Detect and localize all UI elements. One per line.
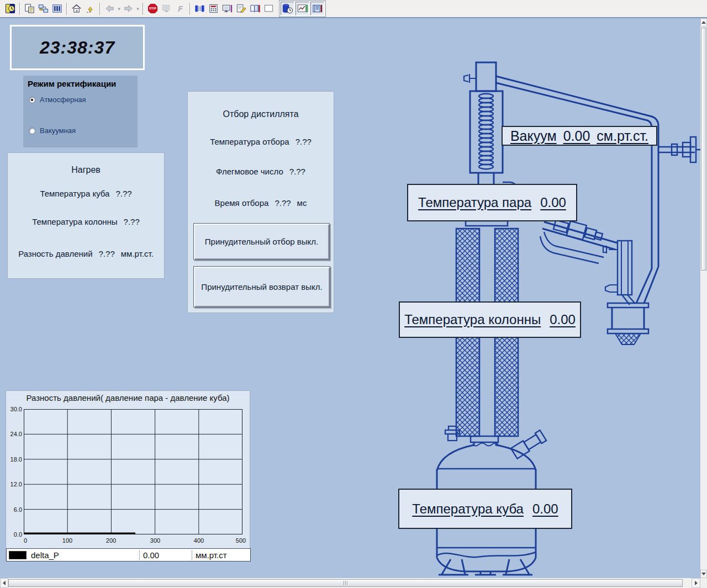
x-tick: 400 [191, 537, 207, 544]
back-button[interactable] [103, 2, 117, 15]
row-label: Разность давлений [18, 249, 92, 258]
indicator-label: Вакуум [510, 128, 557, 144]
paste-button[interactable] [23, 2, 36, 15]
blank-window-button[interactable] [262, 2, 276, 15]
connections-icon [194, 3, 205, 14]
remote-computer-button[interactable] [160, 2, 173, 15]
arrow-left-icon [3, 581, 6, 585]
blank-window-icon [263, 3, 275, 14]
indicator-value: 0.00 [563, 128, 590, 144]
column-temperature-indicator: Температура колонны 0.00 [399, 301, 581, 338]
row-value: ?.?? [296, 137, 312, 146]
indicator-value: 0.00 [532, 501, 558, 517]
stop-button[interactable]: STOP [146, 2, 160, 15]
function-icon: F [175, 3, 186, 14]
vapor-temperature-indicator: Температура пара 0.00 [407, 184, 577, 221]
row-value: ?.?? [99, 249, 115, 258]
chart-title: Разность давлений( давление пара - давле… [6, 393, 250, 402]
columns-button[interactable] [50, 2, 64, 15]
mode-panel-title: Режим ректификации [28, 79, 116, 88]
radio-option-vacuum[interactable]: Вакуумная [29, 126, 76, 135]
y-tick: 18.0 [6, 456, 22, 463]
connections-button[interactable] [193, 2, 207, 15]
toolbar-separator [189, 3, 191, 15]
heating-row: Разность давлений ?.?? мм.рт.ст. [8, 249, 164, 258]
forced-return-button[interactable]: Принудительный возврат выкл. [193, 266, 330, 308]
scroll-left-button[interactable] [0, 578, 8, 588]
legend-swatch [9, 551, 27, 559]
exit-button[interactable] [3, 2, 17, 15]
toolbar: ▾ ▾ STOP F [0, 0, 707, 18]
row-value: ?.?? [124, 217, 140, 226]
vertical-scroll-thumb[interactable] [701, 28, 706, 271]
radio-label: Вакуумная [40, 126, 76, 135]
calculator-icon [208, 3, 219, 14]
function-button[interactable]: F [173, 2, 187, 15]
distillate-panel: Отбор дистиллята Температура отбора ?.??… [187, 91, 334, 313]
toolbar-separator [19, 3, 20, 15]
report-book-button[interactable] [248, 2, 262, 15]
row-unit: мм.рт.ст. [121, 249, 154, 258]
row-label: Флегмовое число [216, 167, 283, 176]
stop-icon: STOP [147, 3, 159, 14]
distillate-row: Температура отбора ?.?? [188, 137, 334, 146]
indicator-label: Температура колонны [404, 312, 541, 327]
edit-note-button[interactable] [234, 2, 248, 15]
edit-note-icon [235, 3, 247, 14]
row-value: ?.?? [289, 167, 305, 176]
heating-row: Температура куба ?.?? [8, 189, 164, 198]
up-level-button[interactable] [83, 2, 97, 15]
svg-text:STOP: STOP [149, 7, 157, 10]
log-book-icon [312, 3, 323, 14]
log-book-button[interactable] [310, 2, 324, 15]
x-tick: 100 [59, 537, 76, 544]
home-icon [71, 3, 82, 14]
arrow-right-icon [695, 581, 698, 585]
distillate-panel-title: Отбор дистиллята [188, 109, 334, 119]
legend-series-unit: мм.рт.ст [192, 550, 250, 560]
indicator-label: Температура куба [412, 501, 524, 517]
row-label: Время отбора [215, 198, 269, 208]
forward-dropdown-icon[interactable]: ▾ [135, 6, 140, 12]
scroll-right-button[interactable] [692, 578, 700, 588]
row-label: Температура куба [40, 189, 109, 198]
horizontal-scroll-thumb[interactable] [8, 579, 683, 587]
chart-plot-area [24, 409, 242, 534]
up-level-icon [85, 3, 96, 14]
forced-takeoff-button[interactable]: Принудительный отбор выкл. [193, 223, 330, 260]
indicator-value: 0.00 [550, 312, 576, 327]
clock-time: 23:38:37 [40, 38, 115, 58]
radio-option-atmospheric[interactable]: Атмосферная [29, 96, 86, 104]
vertical-scrollbar[interactable] [700, 18, 707, 578]
svg-text:F: F [178, 4, 183, 13]
back-dropdown-icon[interactable]: ▾ [117, 6, 122, 12]
back-icon [104, 3, 115, 14]
forward-button[interactable] [122, 2, 135, 15]
row-label: Температура отбора [210, 137, 289, 146]
calculator-button[interactable] [207, 2, 220, 15]
horizontal-scrollbar[interactable] [0, 578, 700, 588]
indicator-unit: см.рт.ст. [597, 128, 648, 144]
toolbar-separator [143, 3, 144, 15]
x-tick: 300 [147, 537, 163, 544]
legend-series-name: delta_P [27, 550, 139, 560]
monitor-button[interactable] [220, 2, 234, 15]
vacuum-indicator: Вакуум 0.00 см.рт.ст. [502, 126, 657, 146]
toolbar-separator [66, 3, 67, 15]
trend-cylinder-button[interactable] [281, 2, 294, 15]
rectification-mode-panel: Режим ректификации Атмосферная Вакуумная [23, 76, 138, 147]
trend-cylinder-icon [282, 3, 293, 14]
graph-button[interactable] [296, 2, 309, 15]
radio-button-icon[interactable] [29, 97, 35, 103]
monitor-icon [221, 3, 233, 14]
scroll-up-button[interactable] [700, 18, 707, 27]
network-icon [38, 3, 49, 14]
home-button[interactable] [70, 2, 83, 15]
scroll-down-button[interactable] [700, 570, 707, 578]
radio-button-icon[interactable] [29, 128, 35, 134]
network-button[interactable] [36, 2, 50, 15]
heating-panel: Нагрев Температура куба ?.?? Температура… [7, 152, 165, 279]
row-label: Температура колонны [32, 217, 117, 226]
indicator-label: Температура пара [418, 195, 531, 210]
thumb-grip [347, 581, 347, 585]
